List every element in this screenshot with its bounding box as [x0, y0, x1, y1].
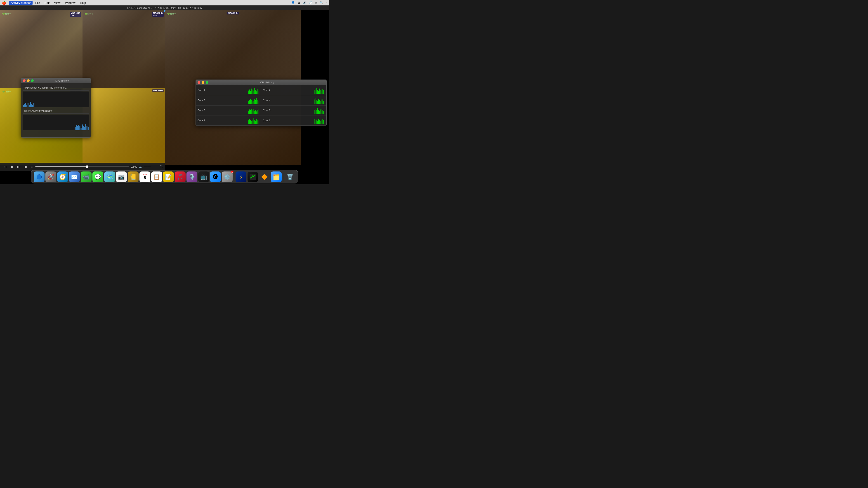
dock-appletv[interactable]: 📺: [198, 171, 209, 182]
play-pause-button[interactable]: ⏸: [9, 164, 14, 169]
rewind-button[interactable]: ⏮: [3, 164, 8, 169]
display-icon[interactable]: 🖥: [298, 1, 300, 4]
gpu-minimize-button[interactable]: [27, 79, 30, 82]
cpu-cell-core6: Core 6: [261, 105, 327, 116]
svg-rect-52: [253, 101, 254, 104]
svg-rect-87: [318, 110, 319, 114]
app-name[interactable]: Activity Monitor: [9, 1, 33, 5]
cpu-label-core3: Core 3: [197, 99, 210, 102]
dock-trash[interactable]: 🗑️: [285, 171, 296, 182]
dock-music[interactable]: 🎵: [175, 171, 186, 182]
dock: 🔵 🚀 🧭 ✉️ 📹 💬 🗺️ 📷 📒: [31, 170, 298, 184]
dock-systemprefs[interactable]: ⚙️ 1: [222, 171, 232, 182]
dock-facetime[interactable]: 📹: [81, 171, 92, 182]
fast-forward-button[interactable]: ⏭: [16, 164, 21, 169]
svg-rect-53: [254, 99, 255, 104]
menubar: 🍎 Activity Monitor File Edit View Window…: [0, 0, 329, 5]
svg-rect-67: [322, 100, 322, 104]
cpu-graph-core5: [210, 107, 259, 114]
svg-rect-33: [258, 91, 258, 94]
playlist-button[interactable]: ≡: [30, 164, 33, 169]
channel-badge-right: 💚여친구: [167, 13, 176, 15]
svg-rect-49: [251, 100, 252, 104]
gpu-intel-graph: [23, 115, 89, 130]
svg-rect-39: [318, 91, 319, 94]
search-icon[interactable]: 🔍: [320, 1, 323, 4]
mbc-logo-tr: MBC UHDLIVE: [152, 12, 164, 17]
svg-rect-20: [87, 126, 88, 130]
svg-rect-14: [79, 126, 80, 130]
svg-rect-81: [258, 109, 258, 114]
video-overlay-tr: [83, 18, 165, 88]
svg-rect-40: [319, 89, 320, 94]
menu-file[interactable]: File: [33, 1, 42, 5]
clock-icon[interactable]: 🕐: [309, 1, 312, 4]
keyboard-icon[interactable]: A: [315, 1, 317, 4]
cpu-close-button[interactable]: [197, 81, 200, 84]
dock-intel-power[interactable]: ⚡: [236, 171, 246, 182]
dock-files[interactable]: 🗂️: [271, 171, 282, 182]
dock-finder[interactable]: 🔵: [34, 171, 44, 182]
svg-rect-74: [252, 110, 252, 114]
cpu-graph-core1: [210, 87, 259, 94]
svg-rect-54: [255, 100, 256, 104]
progress-knob[interactable]: [86, 165, 88, 168]
menu-view[interactable]: View: [53, 1, 62, 5]
dock-safari[interactable]: 🧭: [57, 171, 68, 182]
svg-rect-46: [248, 101, 249, 104]
dock-podcasts[interactable]: 🎙️: [186, 171, 197, 182]
user-icon[interactable]: 👤: [291, 1, 295, 4]
stop-button[interactable]: ⏹: [23, 164, 28, 169]
svg-rect-99: [253, 121, 253, 124]
control-center-icon[interactable]: ≡: [326, 1, 327, 4]
dock-maps[interactable]: 🗺️: [104, 171, 115, 182]
dock-activity-monitor[interactable]: [247, 171, 258, 182]
svg-rect-60: [315, 98, 316, 104]
dock-calendar[interactable]: MAY8: [140, 171, 150, 182]
dock-appstore[interactable]: 🅐: [210, 171, 221, 182]
dock-launchpad[interactable]: 🚀: [45, 171, 56, 182]
gpu-maximize-button[interactable]: [31, 79, 34, 82]
volume-icon[interactable]: 🔊: [303, 1, 306, 4]
svg-rect-73: [251, 109, 252, 114]
dock-reminders[interactable]: 📋: [151, 171, 162, 182]
video-titlebar: [DLKOO.com]여자친구 - 시간을 달려서 (4in1) 8k - 컴 …: [0, 5, 329, 10]
svg-rect-90: [321, 111, 321, 114]
channel-badge-bl: 💚여친구: [2, 90, 11, 93]
volume-icon[interactable]: 🔈: [139, 165, 143, 168]
dock-notes[interactable]: 📝: [163, 171, 174, 182]
cpu-label-core8: Core 8: [263, 119, 275, 122]
fullscreen-button[interactable]: ⛶: [160, 165, 162, 168]
svg-rect-110: [317, 121, 318, 124]
svg-rect-107: [315, 121, 315, 124]
svg-rect-47: [249, 100, 250, 104]
dock-noteshelf[interactable]: 📒: [128, 171, 138, 182]
dock-vlc[interactable]: 🔶: [259, 171, 270, 182]
mbc-logo-tl: MBC UHDLIVE: [70, 12, 81, 17]
svg-rect-102: [255, 121, 256, 124]
gpu-close-button[interactable]: [23, 79, 26, 82]
menu-help[interactable]: Help: [78, 1, 88, 5]
apple-menu[interactable]: 🍎: [2, 1, 6, 5]
dock-photos[interactable]: 📷: [116, 171, 127, 182]
cpu-maximize-button[interactable]: [206, 81, 209, 84]
svg-rect-89: [320, 109, 320, 114]
gpu-amd-name: AMD Radeon HD Tonga PRO Prototype (...: [24, 87, 88, 89]
svg-rect-26: [252, 90, 252, 94]
gpu-intel-name: Intel® SKL Unknown (Slot 0): [24, 109, 88, 112]
menu-window[interactable]: Window: [63, 1, 77, 5]
dock-messages[interactable]: 💬: [92, 171, 103, 182]
svg-rect-8: [32, 105, 33, 107]
progress-bar[interactable]: [35, 166, 129, 167]
menubar-right: 👤 🖥 🔊 🕐 A 🔍 ≡: [291, 1, 327, 4]
menu-edit[interactable]: Edit: [43, 1, 51, 5]
channel-badge-tr: 💚여친구: [85, 13, 93, 15]
video-overlay-tl: [0, 18, 83, 88]
svg-rect-114: [321, 120, 321, 124]
dock-mail[interactable]: ✉️: [69, 171, 80, 182]
svg-rect-45: [323, 90, 324, 94]
cpu-minimize-button[interactable]: [202, 81, 204, 84]
volume-slider[interactable]: ────: [144, 166, 158, 168]
svg-rect-96: [250, 120, 251, 124]
svg-rect-19: [85, 124, 86, 130]
